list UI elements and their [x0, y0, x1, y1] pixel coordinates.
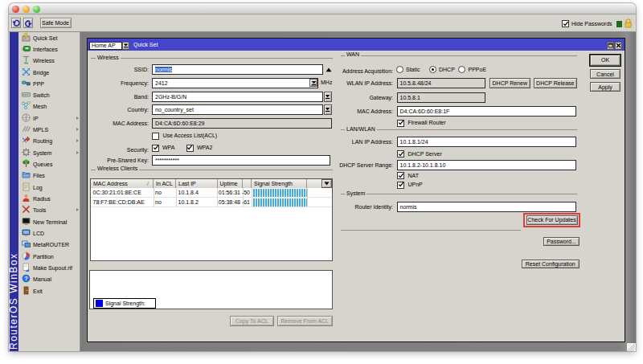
svg-text:?: ? — [24, 276, 28, 283]
